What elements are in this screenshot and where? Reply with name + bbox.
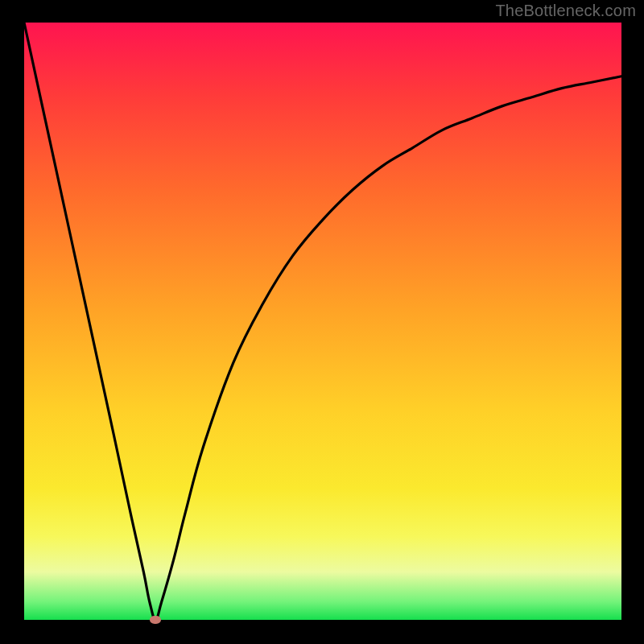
plot-area (24, 23, 621, 620)
bottleneck-curve (24, 23, 621, 620)
watermark-text: TheBottleneck.com (495, 2, 636, 20)
minimum-marker (150, 616, 161, 624)
chart-frame: TheBottleneck.com (0, 0, 644, 644)
